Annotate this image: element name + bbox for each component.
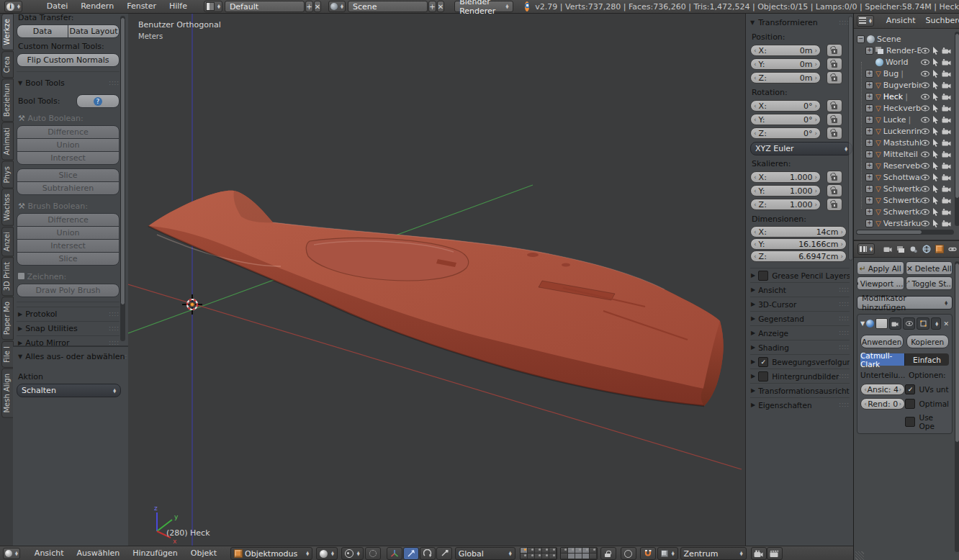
screen-layout-field[interactable]: Default bbox=[225, 1, 305, 12]
selectability-cursor-icon[interactable] bbox=[932, 162, 939, 170]
delete-all-button[interactable]: ✕ Delete All bbox=[906, 261, 953, 275]
expand-icon[interactable]: + bbox=[865, 81, 873, 89]
toolshelf-scrollbar[interactable] bbox=[120, 16, 125, 341]
visibility-eye-icon[interactable] bbox=[921, 151, 929, 158]
visibility-eye-icon[interactable] bbox=[921, 209, 929, 215]
renderability-camera-icon[interactable] bbox=[942, 105, 951, 112]
visibility-eye-icon[interactable] bbox=[921, 197, 929, 204]
transform-field-dimensionen-y-[interactable]: ‹Y:16.166cm› bbox=[750, 238, 847, 250]
outliner-row-world[interactable]: World bbox=[854, 56, 959, 68]
topbar-menu-datei[interactable]: Datei bbox=[40, 0, 74, 13]
modifier-updown[interactable]: ▲▼ bbox=[931, 317, 942, 330]
selectability-cursor-icon[interactable] bbox=[932, 127, 939, 135]
toolshelf-tab-mesh-align[interactable]: Mesh Align bbox=[1, 369, 14, 418]
panel-drag-grip[interactable]: :::: bbox=[109, 311, 120, 317]
outliner-vscrollbar[interactable] bbox=[955, 32, 959, 226]
boolean-slice-button[interactable]: Slice bbox=[17, 252, 120, 266]
transform-field-rotation-x-[interactable]: ‹X:0°› bbox=[750, 100, 821, 112]
option-uvs-unt[interactable]: ✓UVs unt bbox=[905, 384, 949, 394]
editor-type-outliner-button[interactable]: ▲▼ bbox=[857, 15, 874, 27]
npanel-panel-hintergrundbilder[interactable]: ▶Hintergrundbilder:::: bbox=[750, 369, 850, 383]
expand-icon[interactable]: + bbox=[865, 104, 873, 112]
panel-checkbox[interactable]: ✓ bbox=[758, 357, 768, 367]
snap-element-select[interactable]: ▲▼ bbox=[657, 547, 678, 560]
expand-icon[interactable]: + bbox=[865, 162, 873, 170]
expand-icon[interactable]: + bbox=[865, 220, 873, 227]
scene-delete-button[interactable]: ✕ bbox=[437, 1, 444, 12]
data-layout-button[interactable]: Data Layout bbox=[68, 24, 120, 38]
transform-orientation-select[interactable]: Global ▲▼ bbox=[455, 547, 515, 560]
viewport-3d[interactable]: z y x Benutzer Orthogonal Meters (280) H… bbox=[128, 13, 745, 546]
toolshelf-tab-phys[interactable]: Phys bbox=[1, 161, 14, 189]
increment-arrow[interactable]: › bbox=[814, 201, 817, 208]
npanel-scrollbar[interactable] bbox=[848, 16, 853, 540]
modifier-editmode-toggle[interactable] bbox=[917, 317, 929, 330]
modifier-eye-toggle[interactable] bbox=[903, 317, 915, 330]
npanel-panel-3d-cursor[interactable]: ▶3D-Cursor:::: bbox=[750, 297, 850, 311]
outliner-row-lucke[interactable]: +▽Lucke| bbox=[854, 114, 959, 125]
panel-drag-grip[interactable]: :::: bbox=[109, 325, 120, 332]
tab-render[interactable] bbox=[882, 243, 893, 255]
view3d-menu-hinzuf-gen[interactable]: Hinzufügen bbox=[126, 547, 184, 560]
increment-arrow[interactable]: › bbox=[840, 240, 843, 248]
topbar-menu-hilfe[interactable]: Hilfe bbox=[163, 0, 194, 13]
decrement-arrow[interactable]: ‹ bbox=[754, 201, 757, 208]
view3d-menu-objekt[interactable]: Objekt bbox=[184, 547, 223, 560]
manipulator-scale-button[interactable] bbox=[436, 547, 452, 560]
expand-icon[interactable]: + bbox=[865, 70, 873, 78]
kopieren-button[interactable]: Kopieren bbox=[906, 335, 950, 348]
snap-toggle[interactable] bbox=[640, 547, 656, 560]
viewport-visibility-button[interactable]: Viewport ... bbox=[857, 276, 904, 290]
layer-group-1[interactable] bbox=[520, 547, 557, 560]
decrement-arrow[interactable]: ‹ bbox=[754, 74, 757, 81]
viewport-shading-select[interactable]: ▲▼ bbox=[316, 547, 338, 560]
decrement-arrow[interactable]: ‹ bbox=[754, 253, 757, 260]
decrement-arrow[interactable]: ‹ bbox=[754, 173, 757, 181]
toolshelf-tab-wachss[interactable]: Wachss bbox=[1, 189, 14, 226]
manipulator-rotate-button[interactable] bbox=[420, 547, 436, 560]
data-button[interactable]: Data bbox=[17, 24, 68, 38]
expand-icon[interactable]: + bbox=[865, 116, 873, 124]
view-subdivisions-field[interactable]: ‹Ansic: 4› bbox=[860, 384, 905, 395]
modifier-render-toggle[interactable] bbox=[889, 317, 901, 330]
lock-toggle[interactable] bbox=[827, 198, 842, 211]
decrement-arrow[interactable]: ‹ bbox=[754, 228, 757, 235]
outliner-row-bugverbin[interactable]: +▽Bugverbin bbox=[854, 79, 959, 91]
outliner-row-schwertka[interactable]: +▽Schwertka bbox=[854, 194, 959, 206]
increment-arrow[interactable]: › bbox=[814, 102, 817, 109]
modifier-close-button[interactable]: ✕ bbox=[943, 320, 949, 328]
transform-field-rotation-y-[interactable]: ‹Y:0°› bbox=[750, 114, 821, 125]
renderability-camera-icon[interactable] bbox=[942, 163, 951, 169]
expand-icon[interactable]: + bbox=[865, 173, 873, 181]
toolshelf-tab-animati[interactable]: Animati bbox=[1, 122, 14, 161]
increment-arrow[interactable]: › bbox=[814, 47, 817, 54]
selectability-cursor-icon[interactable] bbox=[932, 197, 939, 204]
increment-arrow[interactable]: › bbox=[814, 130, 817, 137]
opengl-render-anim-button[interactable] bbox=[767, 547, 783, 560]
toolshelf-tab-paper-mo[interactable]: Paper Mo bbox=[1, 297, 14, 340]
boolean-subtrahieren-button[interactable]: Subtrahieren bbox=[17, 181, 120, 195]
selectability-cursor-icon[interactable] bbox=[932, 93, 939, 101]
renderability-camera-icon[interactable] bbox=[942, 48, 951, 54]
selectability-cursor-icon[interactable] bbox=[932, 150, 939, 158]
scene-browse-button[interactable]: ▲▼ bbox=[328, 1, 346, 12]
layer-1-10[interactable] bbox=[549, 553, 557, 559]
anwenden-button[interactable]: Anwenden bbox=[860, 335, 904, 348]
outliner-row-schottwar[interactable]: +▽Schottwar bbox=[854, 171, 959, 183]
pivot-select[interactable]: ▲▼ bbox=[341, 547, 364, 560]
transform-panel-header[interactable]: ▼ Transformieren :::: bbox=[750, 16, 850, 29]
expand-icon[interactable]: + bbox=[865, 150, 873, 158]
panel-drag-grip[interactable]: :::: bbox=[109, 80, 120, 86]
visibility-eye-icon[interactable] bbox=[921, 186, 929, 192]
scene-name-field[interactable]: Scene bbox=[348, 1, 428, 12]
npanel-panel-shading[interactable]: ▶Shading:::: bbox=[750, 340, 850, 354]
tab-world[interactable] bbox=[921, 243, 932, 255]
decrement-arrow[interactable]: ‹ bbox=[754, 102, 757, 109]
rotation-mode-select[interactable]: XYZ Euler▲▼ bbox=[750, 142, 852, 155]
toolshelf-tab-anzei[interactable]: Anzei bbox=[1, 227, 14, 256]
increment-arrow[interactable]: › bbox=[814, 74, 817, 81]
modifier-panel-header[interactable]: ▼ ▲▼ ✕ bbox=[860, 317, 949, 330]
visibility-eye-icon[interactable] bbox=[921, 174, 929, 181]
renderability-camera-icon[interactable] bbox=[942, 140, 951, 146]
visibility-eye-icon[interactable] bbox=[921, 82, 929, 89]
